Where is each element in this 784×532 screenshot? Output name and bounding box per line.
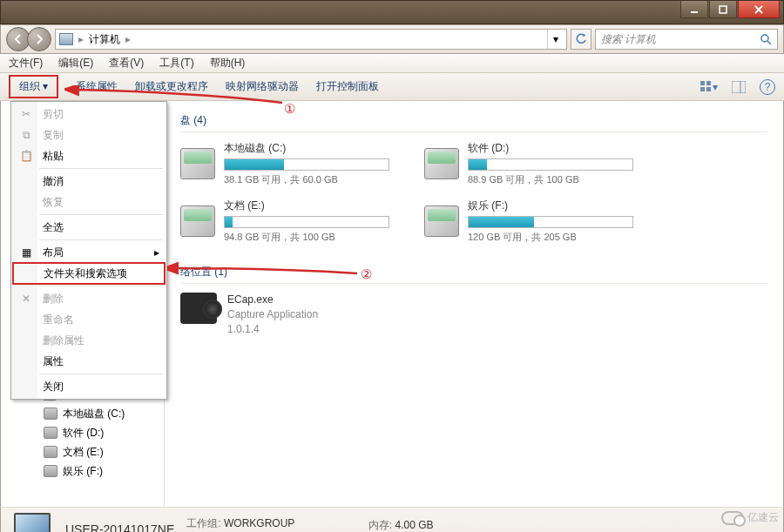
preview-pane-icon[interactable]: [730, 79, 747, 95]
drive-d[interactable]: 软件 (D:) 88.9 GB 可用，共 100 GB: [424, 141, 642, 186]
details-name: USER-20141017NE: [65, 522, 174, 532]
drive-f[interactable]: 娱乐 (F:) 120 GB 可用，共 205 GB: [424, 199, 642, 244]
system-properties-button[interactable]: 系统属性: [76, 79, 118, 94]
organize-button[interactable]: 组织 ▾: [9, 75, 58, 98]
svg-rect-9: [706, 87, 711, 91]
menu-folder-options[interactable]: 文件夹和搜索选项: [12, 262, 166, 285]
search-icon: [760, 33, 772, 45]
watermark: 亿速云: [721, 510, 779, 525]
forward-button[interactable]: [27, 27, 51, 51]
menu-layout[interactable]: ▦布局▸: [13, 242, 165, 263]
menu-rename[interactable]: 重命名: [13, 309, 165, 330]
menu-paste[interactable]: 📋粘贴: [13, 145, 165, 166]
menu-tools[interactable]: 工具(T): [159, 56, 193, 71]
hdd-icon: [44, 465, 57, 477]
svg-point-4: [761, 35, 768, 42]
menu-close[interactable]: 关闭: [13, 376, 165, 397]
menu-view[interactable]: 查看(V): [109, 56, 144, 71]
menu-delete[interactable]: ✕删除: [13, 288, 165, 309]
hdd-icon: [424, 148, 459, 179]
svg-rect-7: [706, 81, 711, 85]
paste-icon: 📋: [18, 148, 34, 164]
toolbar: 组织 ▾ 系统属性 卸载或更改程序 映射网络驱动器 打开控制面板 ▾ ?: [0, 73, 784, 101]
svg-line-5: [767, 41, 771, 44]
breadcrumb-sep: ▸: [78, 33, 84, 45]
search-input[interactable]: 搜索 计算机: [595, 29, 778, 50]
tree-f[interactable]: 娱乐 (F:): [17, 461, 152, 481]
organize-menu: ✂剪切 ⧉复制 📋粘贴 撤消 恢复 全选 ▦布局▸ 文件夹和搜索选项 ✕删除 重…: [10, 101, 167, 400]
menu-help[interactable]: 帮助(H): [210, 56, 246, 71]
details-pane: USER-20141017NE 工作组: WORKGROUP 处理器: Inte…: [0, 507, 784, 532]
drives-pane: 盘 (4) 本地磁盘 (C:) 38.1 GB 可用，共 60.0 GB 软件 …: [165, 101, 783, 507]
view-mode-icon[interactable]: ▾: [700, 79, 718, 95]
menu-remove-props[interactable]: 删除属性: [13, 330, 165, 351]
menu-bar: 文件(F) 编辑(E) 查看(V) 工具(T) 帮助(H): [0, 54, 784, 73]
uninstall-button[interactable]: 卸载或更改程序: [135, 79, 208, 94]
window-titlebar: [0, 0, 784, 24]
menu-undo[interactable]: 撤消: [13, 171, 165, 192]
hdd-icon: [44, 427, 57, 439]
menu-file[interactable]: 文件(F): [9, 56, 43, 71]
svg-rect-6: [700, 81, 705, 85]
menu-copy[interactable]: ⧉复制: [13, 125, 165, 145]
section-netloc[interactable]: 络位置 (1): [180, 261, 767, 284]
hdd-icon: [44, 407, 57, 420]
layout-icon: ▦: [18, 245, 34, 260]
menu-cut[interactable]: ✂剪切: [13, 104, 165, 125]
hdd-icon: [44, 446, 57, 458]
tree-c[interactable]: 本地磁盘 (C:): [17, 404, 152, 423]
tree-d[interactable]: 软件 (D:): [17, 423, 152, 442]
close-button[interactable]: [738, 1, 780, 18]
maximize-button[interactable]: [709, 1, 737, 18]
delete-icon: ✕: [18, 291, 34, 306]
menu-selectall[interactable]: 全选: [13, 217, 165, 238]
camera-icon: [180, 293, 217, 324]
search-placeholder: 搜索 计算机: [601, 32, 656, 47]
breadcrumb-sep2: ▸: [125, 33, 131, 45]
breadcrumb-computer[interactable]: 计算机: [89, 32, 120, 47]
tree-e[interactable]: 文档 (E:): [17, 442, 152, 461]
section-hdd[interactable]: 盘 (4): [180, 110, 767, 132]
svg-rect-1: [720, 6, 727, 13]
navigation-bar: ▸ 计算机 ▸ ▾ 搜索 计算机: [0, 24, 784, 54]
computer-icon: [59, 33, 73, 45]
minimize-button[interactable]: [680, 1, 708, 18]
menu-redo[interactable]: 恢复: [13, 192, 165, 212]
menu-edit[interactable]: 编辑(E): [58, 56, 93, 71]
cut-icon: ✂: [18, 106, 34, 122]
drive-c[interactable]: 本地磁盘 (C:) 38.1 GB 可用，共 60.0 GB: [180, 141, 398, 186]
refresh-button[interactable]: [571, 29, 591, 50]
control-panel-button[interactable]: 打开控制面板: [316, 79, 379, 94]
submenu-arrow-icon: ▸: [154, 246, 159, 259]
menu-properties[interactable]: 属性: [13, 351, 165, 372]
address-dropdown-icon[interactable]: ▾: [547, 30, 563, 49]
hdd-icon: [424, 205, 459, 237]
address-bar[interactable]: ▸ 计算机 ▸ ▾: [55, 29, 567, 50]
copy-icon: ⧉: [18, 127, 34, 143]
drive-e[interactable]: 文档 (E:) 94.8 GB 可用，共 100 GB: [180, 199, 398, 244]
svg-rect-8: [700, 87, 705, 91]
netloc-item[interactable]: ECap.exe Capture Application 1.0.1.4: [180, 293, 767, 336]
hdd-icon: [180, 205, 215, 237]
svg-rect-10: [732, 81, 746, 93]
help-icon[interactable]: ?: [760, 79, 775, 95]
computer-thumb-icon: [11, 513, 53, 532]
hdd-icon: [180, 148, 215, 179]
map-drive-button[interactable]: 映射网络驱动器: [226, 79, 299, 94]
